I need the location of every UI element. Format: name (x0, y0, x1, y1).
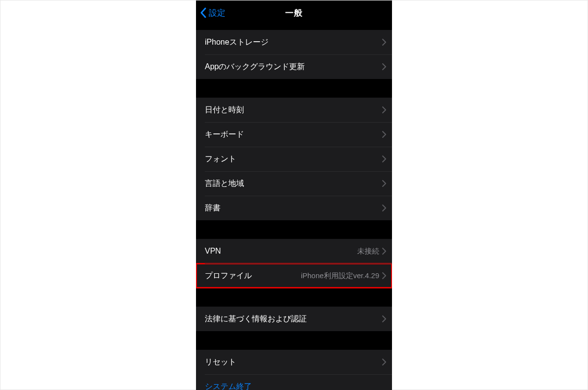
back-button[interactable]: 設定 (200, 0, 225, 25)
group-spacer (196, 25, 392, 30)
chevron-left-icon (200, 7, 207, 18)
settings-group: iPhoneストレージAppのバックグラウンド更新 (196, 30, 392, 79)
chevron-right-icon (382, 205, 386, 211)
row-label: 言語と地域 (205, 179, 244, 189)
settings-list: iPhoneストレージAppのバックグラウンド更新日付と時刻キーボードフォント言… (196, 25, 392, 390)
canvas: 設定 一般 iPhoneストレージAppのバックグラウンド更新日付と時刻キーボー… (0, 0, 588, 390)
row-label: キーボード (205, 130, 244, 140)
row-label: システム終了 (205, 382, 252, 390)
chevron-right-icon (382, 156, 386, 162)
settings-group: リセットシステム終了 (196, 350, 392, 390)
navbar: 設定 一般 (196, 0, 392, 25)
row-label: 法律に基づく情報および認証 (205, 314, 307, 324)
settings-row[interactable]: 法律に基づく情報および認証 (196, 307, 392, 331)
settings-row[interactable]: プロファイルiPhone利用設定ver.4.29 (196, 263, 392, 288)
chevron-right-icon (382, 106, 386, 113)
chevron-right-icon (382, 272, 386, 279)
chevron-right-icon (382, 315, 386, 322)
chevron-right-icon (382, 63, 386, 70)
chevron-right-icon (382, 359, 386, 365)
group-spacer (196, 331, 392, 350)
row-label: リセット (205, 357, 236, 367)
group-spacer (196, 288, 392, 307)
row-label: VPN (205, 247, 221, 256)
settings-row[interactable]: iPhoneストレージ (196, 30, 392, 54)
settings-row[interactable]: リセット (196, 350, 392, 374)
page-title: 一般 (285, 7, 303, 19)
settings-row[interactable]: キーボード (196, 122, 392, 147)
settings-row[interactable]: システム終了 (196, 374, 392, 390)
row-label: Appのバックグラウンド更新 (205, 62, 305, 72)
chevron-right-icon (382, 180, 386, 187)
chevron-right-icon (382, 248, 386, 255)
settings-row[interactable]: 言語と地域 (196, 171, 392, 196)
group-spacer (196, 79, 392, 98)
settings-row[interactable]: フォント (196, 147, 392, 171)
row-detail: iPhone利用設定ver.4.29 (301, 271, 379, 281)
row-label: 日付と時刻 (205, 105, 244, 115)
settings-row[interactable]: Appのバックグラウンド更新 (196, 54, 392, 79)
chevron-right-icon (382, 39, 386, 46)
settings-row[interactable]: 日付と時刻 (196, 98, 392, 122)
chevron-right-icon (382, 131, 386, 138)
row-label: 辞書 (205, 203, 220, 213)
settings-row[interactable]: VPN未接続 (196, 239, 392, 263)
row-label: iPhoneストレージ (205, 37, 269, 48)
row-detail: 未接続 (357, 247, 379, 256)
settings-group: 日付と時刻キーボードフォント言語と地域辞書 (196, 98, 392, 220)
phone-frame: 設定 一般 iPhoneストレージAppのバックグラウンド更新日付と時刻キーボー… (196, 0, 392, 390)
row-label: プロファイル (205, 271, 252, 281)
settings-group: VPN未接続プロファイルiPhone利用設定ver.4.29 (196, 239, 392, 288)
group-spacer (196, 220, 392, 239)
settings-group: 法律に基づく情報および認証 (196, 307, 392, 331)
back-label: 設定 (209, 7, 225, 19)
row-label: フォント (205, 154, 236, 164)
settings-row[interactable]: 辞書 (196, 196, 392, 220)
